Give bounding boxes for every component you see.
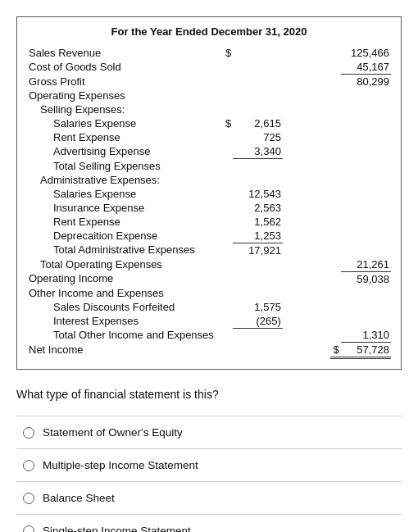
col1: 1,575: [233, 300, 283, 314]
row-label: Sales Revenue: [27, 46, 216, 60]
net-income-row: Net Income $ 57,728: [27, 343, 391, 358]
option-label-soe: Statement of Owner's Equity: [43, 426, 183, 439]
radio-ssis[interactable]: [23, 525, 34, 533]
dollar-col2: [330, 60, 341, 75]
row-label: Salaries Expense: [27, 187, 216, 201]
row-label: Rent Expense: [27, 130, 216, 144]
row-label: Administrative Expenses:: [27, 173, 216, 187]
row-label: Interest Expenses: [27, 314, 216, 329]
col1: 12,543: [233, 187, 283, 201]
question-section: What type of financial statement is this…: [16, 388, 402, 532]
table-row: Operating Expenses: [27, 89, 391, 102]
col1: (265): [233, 314, 283, 329]
row-label: Salaries Expense: [27, 116, 216, 130]
row-label: Net Income: [27, 343, 216, 358]
table-row: Administrative Expenses:: [27, 173, 391, 187]
col1: 1,562: [233, 215, 283, 229]
dollar-col2: [330, 46, 341, 60]
table-row: Total Other Income and Expenses 1,310: [27, 328, 391, 343]
table-row: Salaries Expense 12,543: [27, 187, 391, 201]
col1: 2,615: [233, 116, 283, 130]
table-row: Sales Revenue $ 125,466: [27, 46, 391, 60]
table-row: Insurance Expense 2,563: [27, 201, 391, 215]
option-row-soe[interactable]: Statement of Owner's Equity: [16, 416, 402, 449]
col1: 2,563: [233, 201, 283, 215]
option-row-bs[interactable]: Balance Sheet: [16, 482, 402, 515]
row-label: Cost of Goods Sold: [27, 60, 216, 75]
table-row: Salaries Expense $ 2,615: [27, 116, 391, 130]
col3: 21,261: [341, 257, 391, 272]
row-label: Operating Income: [27, 271, 216, 286]
col1: 3,340: [233, 144, 283, 159]
col1: [233, 46, 283, 60]
col2: [283, 46, 330, 60]
row-label: Operating Expenses: [27, 89, 216, 102]
row-label: Total Operating Expenses: [27, 257, 216, 272]
radio-msis[interactable]: [23, 460, 34, 471]
dollar-col: $: [216, 46, 233, 60]
col3: 80,299: [341, 75, 391, 89]
table-row: Selling Expenses:: [27, 102, 391, 116]
row-label: Rent Expense: [27, 215, 216, 229]
col2: [283, 60, 330, 75]
dollar-col2: $: [330, 343, 341, 358]
row-label: Deprecaition Expense: [27, 229, 216, 243]
table-row: Advertising Expense 3,340: [27, 144, 391, 159]
col3: 125,466: [341, 46, 391, 60]
row-label: Other Income and Expenses: [27, 286, 216, 300]
option-row-msis[interactable]: Multiple-step Income Statement: [16, 449, 402, 482]
row-label: Total Other Income and Expenses: [27, 328, 216, 343]
table-row: Other Income and Expenses: [27, 286, 391, 300]
col1: 725: [233, 130, 283, 144]
table-row: Gross Profit 80,299: [27, 75, 391, 89]
table-row: Deprecaition Expense 1,253: [27, 229, 391, 243]
table-row: Sales Discounts Forfeited 1,575: [27, 300, 391, 314]
table-row: Total Selling Expenses: [27, 159, 391, 173]
col3: 45,167: [341, 60, 391, 75]
row-label: Gross Profit: [27, 75, 216, 89]
question-text: What type of financial statement is this…: [16, 388, 402, 401]
radio-bs[interactable]: [23, 493, 34, 504]
row-label: Total Selling Expenses: [27, 159, 216, 173]
row-label: Sales Discounts Forfeited: [27, 300, 216, 314]
col1: 1,253: [233, 229, 283, 243]
row-label: Total Administrative Expenses: [27, 243, 216, 257]
table-row: Rent Expense 1,562: [27, 215, 391, 229]
table-row: Operating Income 59,038: [27, 271, 391, 286]
financial-statement: For the Year Ended December 31, 2020 Sal…: [16, 16, 402, 370]
col2: [283, 159, 330, 173]
table-row: Rent Expense 725: [27, 130, 391, 144]
col3: 1,310: [341, 328, 391, 343]
table-row: Total Operating Expenses 21,261: [27, 257, 391, 272]
table-row: Interest Expenses (265): [27, 314, 391, 329]
col1: [233, 60, 283, 75]
row-label: Selling Expenses:: [27, 102, 216, 116]
dollar-col: [216, 60, 233, 75]
col3: 57,728: [341, 343, 391, 358]
row-label: Advertising Expense: [27, 144, 216, 159]
radio-soe[interactable]: [23, 427, 34, 439]
statement-title: For the Year Ended December 31, 2020: [27, 25, 391, 38]
col3: 59,038: [341, 271, 391, 286]
option-label-msis: Multiple-step Income Statement: [43, 459, 198, 471]
table-row: Cost of Goods Sold 45,167: [27, 60, 391, 75]
option-row-ssis[interactable]: Single-step Income Statement: [16, 515, 402, 532]
income-statement-table: Sales Revenue $ 125,466 Cost of Goods So…: [27, 46, 391, 359]
row-label: Insurance Expense: [27, 201, 216, 215]
table-row: Total Administrative Expenses 17,921: [27, 243, 391, 257]
col1: 17,921: [233, 243, 283, 257]
dollar-col: $: [216, 116, 233, 130]
option-label-ssis: Single-step Income Statement: [43, 525, 191, 532]
option-label-bs: Balance Sheet: [43, 492, 115, 504]
